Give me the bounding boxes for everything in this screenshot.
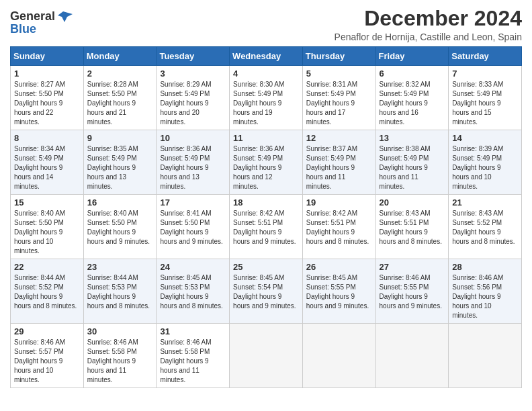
day-number: 12 — [306, 133, 372, 143]
table-row: 29 Sunrise: 8:46 AMSunset: 5:57 PMDaylig… — [11, 324, 84, 388]
calendar-week-row: 15 Sunrise: 8:40 AMSunset: 5:50 PMDaylig… — [11, 195, 522, 259]
cell-info: Sunrise: 8:44 AMSunset: 5:53 PMDaylight … — [87, 274, 150, 310]
svg-marker-0 — [58, 11, 73, 22]
calendar-header-row: Sunday Monday Tuesday Wednesday Thursday… — [11, 47, 522, 66]
logo-bird-icon — [58, 10, 73, 24]
day-number: 2 — [87, 68, 153, 79]
cell-info: Sunrise: 8:43 AMSunset: 5:52 PMDaylight … — [452, 210, 515, 245]
day-number: 17 — [160, 197, 226, 208]
day-number: 23 — [87, 262, 153, 272]
title-section: December 2024 Penaflor de Hornija, Casti… — [335, 7, 522, 42]
cell-info: Sunrise: 8:45 AMSunset: 5:54 PMDaylight … — [233, 274, 296, 310]
day-number: 24 — [160, 262, 226, 272]
day-number: 3 — [160, 68, 226, 79]
table-row: 24 Sunrise: 8:45 AMSunset: 5:53 PMDaylig… — [157, 259, 230, 324]
cell-info: Sunrise: 8:46 AMSunset: 5:58 PMDaylight … — [160, 338, 211, 383]
logo-blue-text: Blue — [10, 22, 36, 36]
table-row: 26 Sunrise: 8:45 AMSunset: 5:55 PMDaylig… — [302, 259, 375, 324]
table-row: 16 Sunrise: 8:40 AMSunset: 5:50 PMDaylig… — [83, 195, 157, 259]
cell-info: Sunrise: 8:36 AMSunset: 5:49 PMDaylight … — [160, 145, 211, 190]
table-row — [375, 324, 449, 388]
table-row: 17 Sunrise: 8:41 AMSunset: 5:50 PMDaylig… — [157, 195, 230, 259]
calendar-week-row: 8 Sunrise: 8:34 AMSunset: 5:49 PMDayligh… — [11, 130, 522, 195]
month-title: December 2024 — [335, 7, 522, 30]
cell-info: Sunrise: 8:40 AMSunset: 5:50 PMDaylight … — [14, 210, 65, 255]
calendar-week-row: 29 Sunrise: 8:46 AMSunset: 5:57 PMDaylig… — [11, 324, 522, 388]
cell-info: Sunrise: 8:37 AMSunset: 5:49 PMDaylight … — [306, 145, 357, 190]
table-row: 9 Sunrise: 8:35 AMSunset: 5:49 PMDayligh… — [83, 130, 157, 195]
table-row: 22 Sunrise: 8:44 AMSunset: 5:52 PMDaylig… — [11, 259, 84, 324]
table-row: 7 Sunrise: 8:33 AMSunset: 5:49 PMDayligh… — [449, 66, 522, 130]
table-row: 10 Sunrise: 8:36 AMSunset: 5:49 PMDaylig… — [157, 130, 230, 195]
day-number: 28 — [452, 262, 518, 272]
cell-info: Sunrise: 8:42 AMSunset: 5:51 PMDaylight … — [233, 210, 296, 245]
table-row: 30 Sunrise: 8:46 AMSunset: 5:58 PMDaylig… — [83, 324, 157, 388]
cell-info: Sunrise: 8:32 AMSunset: 5:49 PMDaylight … — [380, 81, 431, 126]
day-number: 15 — [14, 197, 80, 208]
cell-info: Sunrise: 8:33 AMSunset: 5:49 PMDaylight … — [452, 81, 503, 126]
day-number: 19 — [306, 197, 372, 208]
table-row: 13 Sunrise: 8:38 AMSunset: 5:49 PMDaylig… — [375, 130, 449, 195]
location-text: Penaflor de Hornija, Castille and Leon, … — [335, 32, 522, 42]
calendar-table: Sunday Monday Tuesday Wednesday Thursday… — [10, 46, 522, 388]
table-row: 6 Sunrise: 8:32 AMSunset: 5:49 PMDayligh… — [375, 66, 449, 130]
calendar-week-row: 1 Sunrise: 8:27 AMSunset: 5:50 PMDayligh… — [11, 66, 522, 130]
table-row: 3 Sunrise: 8:29 AMSunset: 5:49 PMDayligh… — [157, 66, 230, 130]
table-row: 2 Sunrise: 8:28 AMSunset: 5:50 PMDayligh… — [83, 66, 157, 130]
table-row: 25 Sunrise: 8:45 AMSunset: 5:54 PMDaylig… — [230, 259, 303, 324]
day-number: 27 — [380, 262, 445, 272]
calendar-week-row: 22 Sunrise: 8:44 AMSunset: 5:52 PMDaylig… — [11, 259, 522, 324]
day-number: 21 — [452, 197, 518, 208]
table-row: 8 Sunrise: 8:34 AMSunset: 5:49 PMDayligh… — [11, 130, 84, 195]
day-number: 9 — [87, 133, 153, 143]
table-row: 5 Sunrise: 8:31 AMSunset: 5:49 PMDayligh… — [302, 66, 375, 130]
cell-info: Sunrise: 8:31 AMSunset: 5:49 PMDaylight … — [306, 81, 357, 126]
page-header: General Blue December 2024 Penaflor de H… — [10, 7, 522, 42]
day-number: 13 — [380, 133, 445, 143]
table-row: 20 Sunrise: 8:43 AMSunset: 5:51 PMDaylig… — [375, 195, 449, 259]
day-number: 18 — [233, 197, 299, 208]
table-row: 11 Sunrise: 8:36 AMSunset: 5:49 PMDaylig… — [230, 130, 303, 195]
day-number: 11 — [233, 133, 299, 143]
cell-info: Sunrise: 8:41 AMSunset: 5:50 PMDaylight … — [160, 210, 222, 245]
header-sunday: Sunday — [11, 47, 84, 66]
header-thursday: Thursday — [302, 47, 375, 66]
day-number: 30 — [87, 326, 153, 336]
day-number: 14 — [452, 133, 518, 143]
cell-info: Sunrise: 8:46 AMSunset: 5:56 PMDaylight … — [452, 274, 503, 319]
table-row — [230, 324, 303, 388]
day-number: 5 — [306, 68, 372, 79]
header-saturday: Saturday — [449, 47, 522, 66]
cell-info: Sunrise: 8:30 AMSunset: 5:49 PMDaylight … — [233, 81, 284, 126]
header-wednesday: Wednesday — [230, 47, 303, 66]
cell-info: Sunrise: 8:43 AMSunset: 5:51 PMDaylight … — [380, 210, 442, 245]
table-row: 27 Sunrise: 8:46 AMSunset: 5:55 PMDaylig… — [375, 259, 449, 324]
day-number: 20 — [380, 197, 445, 208]
cell-info: Sunrise: 8:42 AMSunset: 5:51 PMDaylight … — [306, 210, 369, 245]
table-row — [302, 324, 375, 388]
table-row: 31 Sunrise: 8:46 AMSunset: 5:58 PMDaylig… — [157, 324, 230, 388]
cell-info: Sunrise: 8:28 AMSunset: 5:50 PMDaylight … — [87, 81, 138, 126]
logo-general-text: General — [10, 9, 55, 24]
day-number: 16 — [87, 197, 153, 208]
table-row: 12 Sunrise: 8:37 AMSunset: 5:49 PMDaylig… — [302, 130, 375, 195]
table-row: 14 Sunrise: 8:39 AMSunset: 5:49 PMDaylig… — [449, 130, 522, 195]
logo: General Blue — [10, 7, 73, 36]
table-row: 15 Sunrise: 8:40 AMSunset: 5:50 PMDaylig… — [11, 195, 84, 259]
table-row: 21 Sunrise: 8:43 AMSunset: 5:52 PMDaylig… — [449, 195, 522, 259]
cell-info: Sunrise: 8:36 AMSunset: 5:49 PMDaylight … — [233, 145, 284, 190]
day-number: 7 — [452, 68, 518, 79]
day-number: 26 — [306, 262, 372, 272]
table-row: 28 Sunrise: 8:46 AMSunset: 5:56 PMDaylig… — [449, 259, 522, 324]
day-number: 25 — [233, 262, 299, 272]
table-row: 1 Sunrise: 8:27 AMSunset: 5:50 PMDayligh… — [11, 66, 84, 130]
cell-info: Sunrise: 8:38 AMSunset: 5:49 PMDaylight … — [380, 145, 431, 190]
cell-info: Sunrise: 8:39 AMSunset: 5:49 PMDaylight … — [452, 145, 503, 190]
day-number: 8 — [14, 133, 80, 143]
header-tuesday: Tuesday — [157, 47, 230, 66]
cell-info: Sunrise: 8:46 AMSunset: 5:58 PMDaylight … — [87, 338, 138, 383]
day-number: 4 — [233, 68, 299, 79]
day-number: 6 — [380, 68, 445, 79]
table-row — [449, 324, 522, 388]
cell-info: Sunrise: 8:46 AMSunset: 5:55 PMDaylight … — [380, 274, 442, 310]
